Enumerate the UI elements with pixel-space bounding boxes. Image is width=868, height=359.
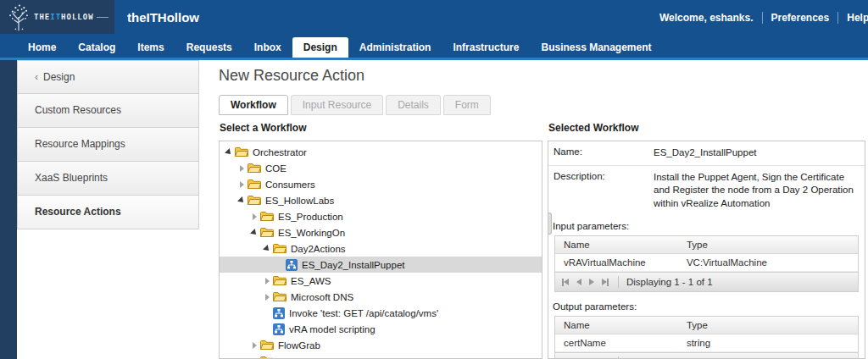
tab-details: Details	[386, 95, 441, 115]
tree-node-label: vRA model scripting	[289, 324, 381, 334]
table-pager: Displaying 1 - 1 of 1	[555, 272, 858, 291]
table-header-row: NameType	[555, 236, 858, 254]
tree-node-label: ES_HollowLabs	[265, 196, 339, 206]
nav-tab-business-management[interactable]: Business Management	[530, 37, 662, 58]
tree-node-es-workingon[interactable]: ES_WorkingOn	[220, 224, 542, 240]
folder-icon-wrap	[273, 275, 287, 286]
link-separator	[762, 12, 763, 24]
tree-node-es-production[interactable]: ES_Production	[220, 208, 542, 224]
expanded-arrow-icon[interactable]	[261, 246, 273, 251]
nav-tab-design[interactable]: Design	[292, 37, 348, 58]
folder-icon-wrap	[248, 163, 261, 174]
sidebar-item-design[interactable]: ‹Design	[17, 60, 199, 94]
select-workflow-heading: Select a Workflow	[220, 122, 542, 134]
table-row[interactable]: certNamestring	[555, 334, 858, 352]
tree-node-flowgrab[interactable]: FlowGrab	[220, 337, 542, 353]
folder-icon	[248, 195, 261, 206]
tree-node-es-day2-installpuppet[interactable]: ES_Day2_InstallPuppet	[220, 257, 542, 273]
logo-wordmark: THEITHOLLOW	[34, 13, 108, 21]
tree-node-label: ES_Day2_InstallPuppet	[302, 260, 409, 270]
sidebar-item-label: Resource Actions	[35, 206, 121, 218]
nav-tab-catalog[interactable]: Catalog	[67, 37, 126, 58]
input-parameters-table: NameTypevRAVirtualMachineVC:VirtualMachi…	[548, 235, 865, 292]
tree-node-es-hollowlabs[interactable]: ES_HollowLabs	[220, 192, 542, 208]
folder-icon-wrap	[248, 195, 261, 206]
output-parameters-table: NameTypecertNamestringDisplaying 1 - 1 o…	[548, 316, 865, 359]
panel-splitter-handle[interactable]	[548, 213, 552, 235]
link-separator	[837, 12, 838, 24]
welcome-text: Welcome, eshanks.	[659, 12, 754, 24]
description-label: Description:	[554, 171, 654, 211]
sidebar-item-resource-actions[interactable]: Resource Actions	[17, 196, 199, 229]
expanded-arrow-icon[interactable]	[248, 230, 260, 235]
sidebar-item-custom-resources[interactable]: Custom Resources	[17, 94, 199, 128]
workflow-icon-wrap	[273, 307, 285, 319]
tree-logo-icon	[3, 1, 34, 33]
design-sidebar: ‹DesignCustom ResourcesResource Mappings…	[17, 60, 199, 229]
table-header-row: NameType	[555, 317, 858, 334]
sidebar-item-label: Resource Mappings	[35, 138, 125, 150]
folder-icon	[260, 340, 274, 351]
collapsed-arrow-icon[interactable]	[248, 342, 260, 349]
collapsed-arrow-icon[interactable]	[261, 294, 273, 301]
tree-node-es-aws[interactable]: ES_AWS	[220, 273, 542, 289]
tree-node-vcdx2[interactable]: VCDX2	[220, 353, 542, 359]
tree-node-microsoft-dns[interactable]: Microsoft DNS	[220, 289, 542, 305]
workflow-icon	[273, 323, 285, 335]
tree-node-label: Orchestrator	[253, 147, 312, 157]
sidebar-item-label: Design	[43, 71, 75, 83]
pager-next-icon[interactable]	[589, 279, 594, 285]
name-label: Name:	[554, 146, 654, 160]
folder-icon	[248, 163, 261, 174]
sidebar-item-xaas-blueprints[interactable]: XaaS Blueprints	[17, 162, 199, 196]
folder-icon	[273, 275, 287, 286]
header-link-help[interactable]: Help	[847, 12, 868, 24]
selected-workflow-heading: Selected Workflow	[548, 122, 865, 134]
folder-icon-wrap	[260, 356, 274, 359]
tree-node-vra-model-scripting[interactable]: vRA model scripting	[220, 321, 542, 337]
cell-type: VC:VirtualMachine	[687, 257, 767, 268]
workflow-icon	[286, 259, 298, 271]
pager-first-icon[interactable]	[562, 279, 569, 286]
left-rail	[0, 60, 17, 359]
pager-prev-icon[interactable]	[576, 279, 581, 285]
folder-icon-wrap	[260, 340, 274, 351]
tree-node-invoke-test-get-api-catalog-vms-[interactable]: Invoke 'test: GET /api/catalog/vms'	[220, 305, 542, 321]
header-link-preferences[interactable]: Preferences	[771, 12, 830, 24]
sidebar-item-resource-mappings[interactable]: Resource Mappings	[17, 128, 199, 162]
tab-workflow[interactable]: Workflow	[219, 95, 288, 115]
collapsed-arrow-icon[interactable]	[236, 181, 248, 188]
expanded-arrow-icon[interactable]	[223, 150, 235, 155]
tree-node-day2actions[interactable]: Day2Actions	[220, 240, 542, 257]
column-header-name: Name	[564, 320, 687, 330]
user-links: Welcome, eshanks.PreferencesHelpLogout	[659, 12, 868, 24]
nav-tab-infrastructure[interactable]: Infrastructure	[442, 37, 530, 58]
tree-node-coe[interactable]: COE	[220, 160, 542, 176]
nav-tab-requests[interactable]: Requests	[175, 37, 243, 58]
sidebar-item-label: XaaS Blueprints	[35, 172, 108, 184]
collapsed-arrow-icon[interactable]	[248, 213, 260, 220]
column-header-type: Type	[687, 320, 708, 330]
tree-node-label: Day2Actions	[291, 244, 351, 254]
expanded-arrow-icon[interactable]	[236, 198, 248, 203]
folder-icon-wrap	[273, 291, 287, 302]
collapsed-arrow-icon[interactable]	[236, 165, 248, 172]
folder-icon	[273, 291, 287, 302]
company-logo[interactable]: THEITHOLLOW	[0, 0, 114, 34]
nav-tab-home[interactable]: Home	[17, 37, 67, 58]
tree-node-consumers[interactable]: Consumers	[220, 176, 542, 192]
pager-last-icon[interactable]	[602, 279, 609, 286]
workflow-icon-wrap	[286, 259, 298, 271]
folder-icon	[260, 227, 274, 238]
folder-icon	[248, 179, 261, 190]
nav-tab-inbox[interactable]: Inbox	[243, 37, 292, 58]
collapsed-arrow-icon[interactable]	[261, 278, 273, 284]
top-header-bar: THEITHOLLOW theITHollow Welcome, eshanks…	[0, 0, 868, 36]
pager-separator	[618, 276, 619, 288]
tree-node-label: VCDX2	[278, 356, 315, 359]
tree-node-orchestrator[interactable]: Orchestrator	[220, 144, 542, 160]
table-row[interactable]: vRAVirtualMachineVC:VirtualMachine	[555, 254, 858, 272]
workflow-description-value: Install the Puppet Agent, Sign the Certi…	[654, 171, 858, 211]
nav-tab-administration[interactable]: Administration	[348, 37, 442, 58]
nav-tab-items[interactable]: Items	[126, 37, 175, 58]
